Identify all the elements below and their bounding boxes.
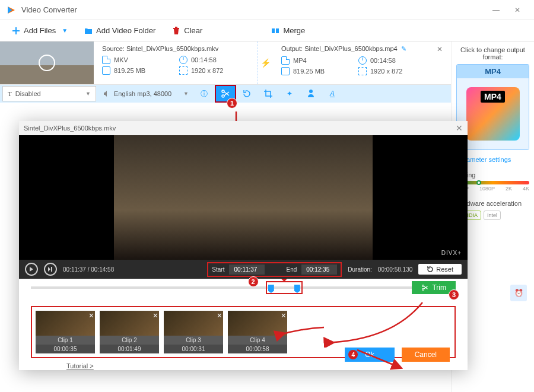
play-button[interactable] [25,263,38,276]
source-label: Source: Sintel_DivXPlus_6500kbps.mkv [102,45,249,52]
clip-item[interactable]: ×Clip 200:01:49 [100,311,159,353]
svg-point-2 [222,95,224,97]
resolution-icon [179,66,187,75]
app-logo [6,5,17,15]
clip-time: 00:00:31 [164,345,223,353]
out-resolution: 1920 x 872 [370,68,402,75]
format-icon [281,56,290,65]
src-duration: 00:14:58 [191,56,217,63]
out-format: MP4 [293,57,307,64]
close-trim-button[interactable]: ✕ [456,123,463,133]
bolt-icon: ⚡ [260,58,271,68]
remove-clip-icon[interactable]: × [89,311,94,320]
subtitle-button[interactable]: A [322,85,343,103]
window-title: Video Converter [21,5,485,14]
speaker-icon [103,90,110,97]
src-resolution: 1920 x 872 [191,67,223,74]
output-label: Output: Sintel_DivXPlus_6500kbps.mp4 [281,45,398,52]
duration-value: 00:00:58.130 [378,266,412,273]
add-files-dropdown[interactable]: ▼ [62,27,68,34]
clear-label: Clear [184,26,202,35]
reset-button[interactable]: Reset [418,264,462,275]
close-button[interactable]: ✕ [507,0,528,20]
clip-label: Clip 1 [36,336,95,345]
start-label: Start [212,266,224,273]
clip-item[interactable]: ×Clip 100:00:35 [36,311,95,353]
rename-icon[interactable]: ✎ [401,45,406,52]
step-badge-4: 4 [348,350,358,359]
scissors-icon [421,284,428,291]
remove-clip-icon[interactable]: × [281,311,286,320]
out-size: 819.25 MB [293,68,325,75]
merge-button[interactable]: Merge [271,26,305,35]
step-badge-1: 1 [227,98,237,109]
next-frame-button[interactable] [44,263,57,276]
svg-rect-0 [272,28,275,33]
svg-point-5 [422,289,424,291]
crop-button[interactable] [258,85,279,103]
merge-icon [271,27,279,35]
info-button[interactable]: ⓘ [193,85,215,103]
titlebar: Video Converter — ✕ [0,0,534,20]
remove-clip-icon[interactable]: × [217,311,222,320]
source-info: Source: Sintel_DivXPlus_6500kbps.mkv MKV… [94,42,258,84]
resolution-icon [358,67,367,75]
edit-toolbar: T Disabled▼ English mp3, 48000▼ ⓘ 1 ✦ A [0,85,451,103]
disk-icon [102,66,110,75]
out-duration: 00:14:58 [370,57,396,64]
end-time-input[interactable]: 00:12:35 [301,264,337,275]
divx-logo: DIVX+ [441,250,462,256]
reset-icon [427,266,434,273]
trim-range-box: Start 00:11:37 End 00:12:35 [207,262,342,277]
audio-label: English mp3, 48000 [114,90,171,97]
trim-button[interactable]: 1 [215,85,236,103]
svg-point-6 [422,285,424,287]
clear-button[interactable]: Clear [172,26,202,35]
add-files-button[interactable]: Add Files [12,26,56,35]
audio-dropdown[interactable]: English mp3, 48000▼ [98,85,193,103]
clock-icon [179,56,187,64]
format-heading: Click to change output format: [456,46,529,60]
apply-trim-button[interactable]: Trim 3 [412,281,456,294]
total-time: 00:14:58 [91,266,114,273]
current-time: 00:11:37 [63,266,86,273]
clip-label: Clip 2 [100,336,159,345]
cancel-button[interactable]: Cancel [402,348,450,362]
format-icon [102,56,110,64]
trim-handles[interactable] [266,281,303,294]
file-row: Source: Sintel_DivXPlus_6500kbps.mkv MKV… [0,42,451,85]
format-name: MP4 [457,65,529,78]
clock-icon [358,56,367,65]
rotate-button[interactable] [236,85,258,103]
source-thumbnail[interactable] [0,42,94,84]
scissors-icon [221,89,230,98]
plus-icon [12,27,20,35]
trim-dialog: Sintel_DivXPlus_6500kbps.mkv ✕ DIVX+ 00:… [19,121,468,370]
remove-file-button[interactable]: ✕ [437,42,451,84]
clip-item[interactable]: ×Clip 400:00:58 [228,311,287,353]
ok-button[interactable]: 4 Ok [345,348,394,362]
folder-icon [84,27,93,35]
remove-clip-icon[interactable]: × [153,311,158,320]
clip-item[interactable]: ×Clip 300:00:31 [164,311,223,353]
video-preview[interactable]: DIVX+ [19,135,468,260]
svg-point-4 [309,90,313,93]
schedule-button[interactable]: ⏰ [510,285,527,301]
disk-icon [281,67,290,75]
tutorial-link[interactable]: Tutorial > [66,362,94,369]
start-time-input[interactable]: 00:11:37 [229,264,265,275]
add-video-folder-button[interactable]: Add Video Folder [84,26,155,35]
minimize-button[interactable]: — [485,0,507,20]
effects-button[interactable]: ✦ [279,85,300,103]
watermark-button[interactable] [300,85,322,103]
clip-time: 00:00:35 [36,345,95,353]
svg-rect-1 [276,28,279,33]
add-files-label: Add Files [24,26,56,35]
trim-slider[interactable]: 2 Trim 3 [19,279,468,297]
trash-icon [172,27,180,35]
src-format: MKV [114,56,128,63]
subtitle-dropdown[interactable]: T Disabled▼ [2,86,96,101]
clip-time: 00:00:58 [228,345,287,353]
step-badge-3: 3 [449,289,459,300]
clip-time: 00:01:49 [100,345,159,353]
